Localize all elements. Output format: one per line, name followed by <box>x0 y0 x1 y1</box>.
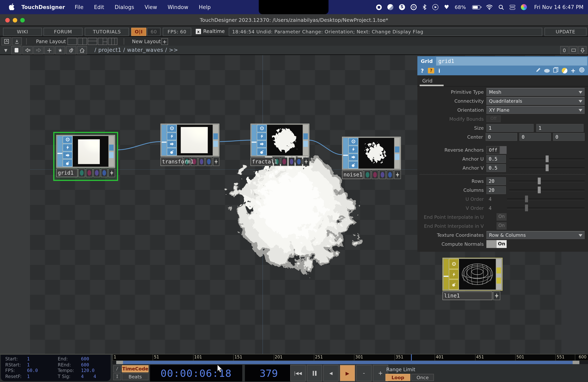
node-name-label[interactable]: transform1 <box>161 157 183 166</box>
viewer-flag-icon[interactable] <box>257 125 267 132</box>
maximize-pane-icon[interactable] <box>1 38 11 45</box>
fps-readout[interactable]: FPS: 60 <box>163 28 191 36</box>
cook-flag-icon[interactable] <box>449 269 459 279</box>
new-layout-add-button[interactable]: + <box>161 38 168 45</box>
ruler-tick[interactable]: 151 <box>233 355 242 360</box>
shazam-icon[interactable]: S <box>399 4 405 10</box>
stop-viewer-icon[interactable] <box>11 46 21 54</box>
node-grid1[interactable]: grid1 <box>56 135 115 177</box>
target-icon[interactable] <box>579 67 585 74</box>
play-reverse-button[interactable]: ◀ <box>323 365 339 382</box>
close-window-button[interactable] <box>5 18 10 22</box>
node-output-connector[interactable] <box>213 125 218 155</box>
once-button[interactable]: Once <box>411 374 434 381</box>
param-toggle-handle[interactable] <box>500 146 507 154</box>
pane-layout-option-5[interactable] <box>108 38 117 45</box>
node-input-connector[interactable] <box>252 125 256 155</box>
update-button[interactable]: UPDATE <box>545 28 587 36</box>
node-transform1[interactable]: transform1 <box>161 124 219 166</box>
network-path-breadcrumb[interactable]: / project1 / water_waves / >> <box>95 47 178 53</box>
ruler-tick[interactable]: 551 <box>556 355 565 360</box>
param-slider-handle[interactable] <box>538 186 541 193</box>
bypass-flag-icon[interactable] <box>257 140 267 148</box>
cook-flag-icon[interactable] <box>257 133 267 140</box>
menu-item-view[interactable]: View <box>145 4 157 10</box>
node-comment-flag[interactable] <box>213 157 219 166</box>
siri-icon[interactable] <box>521 4 527 10</box>
realtime-checkbox[interactable]: x <box>196 29 201 34</box>
pane-layout-option-1[interactable] <box>68 38 77 45</box>
play-button[interactable]: ▶ <box>340 365 355 382</box>
param-field[interactable]: 0.5 <box>486 164 506 172</box>
cook-flag-icon[interactable] <box>63 144 72 151</box>
python-icon[interactable] <box>562 68 567 73</box>
param-slider[interactable] <box>509 167 585 169</box>
node-state-flag-2[interactable] <box>372 171 378 179</box>
param-toggle-on[interactable]: On <box>497 240 507 248</box>
ruler-tick[interactable]: 501 <box>515 355 524 360</box>
heart-icon[interactable]: ♥ <box>444 4 449 11</box>
render-flag-icon[interactable] <box>348 161 358 169</box>
menu-item-dialogs[interactable]: Dialogs <box>115 4 134 10</box>
tutorials-button[interactable]: TUTORIALS <box>85 28 129 36</box>
pane-menu-icon[interactable]: ▼ <box>1 46 11 54</box>
node-name-label[interactable]: line1 <box>442 291 492 300</box>
wifi-icon[interactable] <box>486 4 493 11</box>
ruler-tick[interactable]: 600 <box>578 355 587 360</box>
ruler-tick[interactable]: 401 <box>435 355 444 360</box>
param-slider[interactable] <box>509 190 585 191</box>
frame-i-button[interactable]: I <box>113 373 121 381</box>
tab-grid[interactable]: Grid <box>422 78 432 83</box>
node-input-connector[interactable] <box>444 259 448 290</box>
node-noise1[interactable]: noise1 <box>342 137 401 179</box>
ruler-tick[interactable]: 1 <box>113 355 116 360</box>
tab-strip-scrollbar[interactable] <box>420 85 444 86</box>
node-comment-flag[interactable] <box>493 291 500 300</box>
oi-toggle[interactable]: O|I <box>131 28 146 36</box>
node-viewer[interactable] <box>267 125 303 155</box>
param-slider-handle[interactable] <box>525 195 528 202</box>
param-slider-handle[interactable] <box>538 177 541 184</box>
beats-mode-button[interactable]: Beats <box>122 373 148 381</box>
viewer-flag-icon[interactable] <box>449 259 459 269</box>
cook-flag-icon[interactable] <box>348 146 358 153</box>
param-field[interactable]: 0 <box>553 133 585 141</box>
info-icon[interactable]: i <box>438 68 440 74</box>
add-parameter-icon[interactable]: + <box>571 68 576 73</box>
home-icon[interactable] <box>77 46 87 54</box>
node-viewer[interactable] <box>358 138 394 169</box>
collapse-panel-icon[interactable] <box>578 46 587 54</box>
viewer-flag-icon[interactable] <box>348 138 358 145</box>
timecode-display[interactable]: 00:00:06:18 <box>150 365 242 382</box>
help-icon[interactable]: ? <box>421 68 424 74</box>
bluetooth-icon[interactable] <box>422 4 427 11</box>
param-field[interactable]: 20 <box>486 177 506 185</box>
zoom-window-button[interactable] <box>20 18 25 22</box>
pane-layout-option-2[interactable] <box>78 38 87 45</box>
param-menu[interactable]: Quadrilaterals <box>486 97 585 105</box>
wiki-button[interactable]: WIKI <box>3 28 42 36</box>
skip-to-start-button[interactable]: |◀◀ <box>290 365 306 382</box>
node-state-flag-3[interactable] <box>198 157 205 166</box>
timeline-scrollbar[interactable] <box>113 361 588 364</box>
node-name-label[interactable]: fractal1 <box>251 157 273 166</box>
render-flag-icon[interactable] <box>257 148 267 155</box>
render-flag-icon[interactable] <box>63 159 72 167</box>
node-fractal1[interactable]: fractal1 <box>251 124 309 166</box>
save-layout-icon[interactable] <box>12 38 22 45</box>
minimize-window-button[interactable] <box>13 18 17 22</box>
menu-item-file[interactable]: File <box>75 4 84 10</box>
menu-item-edit[interactable]: Edit <box>94 4 104 10</box>
node-state-flag-2[interactable] <box>281 157 288 166</box>
node-state-flag-4[interactable] <box>295 157 302 166</box>
floating-window-icon[interactable] <box>569 46 577 54</box>
frame-display[interactable]: 379 <box>245 365 293 382</box>
op-name-field[interactable]: grid1 <box>436 57 588 66</box>
menu-item-help[interactable]: Help <box>199 4 211 10</box>
menu-app-name[interactable]: TouchDesigner <box>21 4 65 10</box>
airplay-icon[interactable] <box>411 4 417 10</box>
node-viewer[interactable] <box>459 259 496 290</box>
cook-flag-icon[interactable] <box>167 133 177 140</box>
back-arrow-icon[interactable] <box>22 46 33 54</box>
pane-layout-option-4[interactable] <box>98 38 107 45</box>
